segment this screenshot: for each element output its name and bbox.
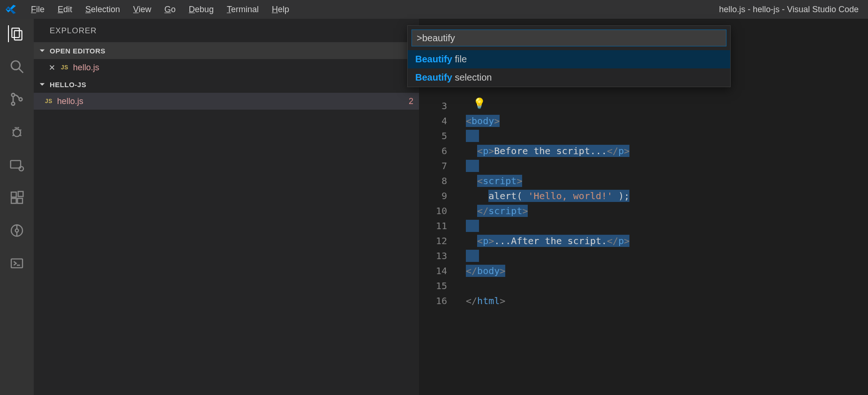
svg-point-5 [12, 102, 15, 105]
menu-file[interactable]: File [25, 3, 50, 16]
svg-point-15 [15, 229, 19, 232]
line-number: 7 [419, 158, 456, 173]
open-editor-item[interactable]: JShello.js [34, 59, 419, 76]
svg-rect-10 [11, 192, 16, 197]
powershell-icon[interactable] [8, 255, 25, 272]
line-number: 8 [419, 173, 456, 188]
window-title: hello.js - hello-js - Visual Studio Code [719, 5, 859, 15]
activity-bar [0, 19, 34, 395]
svg-rect-13 [18, 192, 23, 197]
explorer-icon[interactable] [8, 25, 25, 42]
line-number: 10 [419, 203, 456, 218]
explorer-sidebar: EXPLORER OPEN EDITORS JShello.js HELLO-J… [34, 19, 419, 395]
line-number: 12 [419, 233, 456, 248]
code-line[interactable]: alert( 'Hello, world!' ); [466, 188, 629, 203]
command-palette-item[interactable]: Beautify selection [408, 68, 730, 87]
menu-selection[interactable]: Selection [80, 3, 126, 16]
menu-view[interactable]: View [127, 3, 157, 16]
lightbulb-icon[interactable]: 💡 [473, 97, 486, 109]
svg-rect-0 [12, 28, 19, 37]
folder-label: HELLO-JS [50, 81, 86, 89]
code-line[interactable]: </body> [466, 263, 505, 278]
code-line[interactable]: </script> [466, 203, 528, 218]
file-tree-item[interactable]: JShello.js2 [34, 93, 419, 110]
line-number: 6 [419, 143, 456, 158]
svg-rect-1 [15, 30, 22, 40]
close-icon[interactable] [48, 63, 56, 72]
source-control-icon[interactable] [8, 91, 25, 108]
command-palette-input[interactable] [412, 30, 726, 46]
open-editors-header[interactable]: OPEN EDITORS [34, 42, 419, 59]
svg-point-9 [19, 166, 23, 171]
problem-count-badge: 2 [409, 97, 413, 106]
code-line[interactable]: </html> [466, 293, 505, 308]
command-palette-item[interactable]: Beautify file [408, 50, 730, 68]
file-name: hello.js [57, 97, 83, 106]
code-line[interactable]: <p>Before the script...</p> [466, 143, 629, 158]
line-number: 3 [419, 98, 456, 113]
svg-rect-8 [11, 161, 21, 168]
command-palette: Beautify fileBeautify selection [407, 25, 731, 87]
svg-point-4 [12, 93, 15, 97]
explorer-title: EXPLORER [34, 19, 419, 42]
js-file-icon: JS [61, 64, 68, 71]
line-number: 11 [419, 218, 456, 233]
js-file-icon: JS [45, 98, 52, 104]
extensions-icon[interactable] [8, 189, 25, 206]
code-line[interactable]: <script> [466, 173, 522, 188]
code-line[interactable] [466, 218, 479, 233]
folder-header[interactable]: HELLO-JS [34, 76, 419, 93]
code-line[interactable] [466, 248, 479, 263]
open-editors-label: OPEN EDITORS [50, 47, 105, 55]
code-line[interactable]: <p>...After the script.</p> [466, 233, 629, 248]
search-icon[interactable] [8, 58, 25, 75]
vscode-logo-icon [5, 3, 17, 15]
remote-icon[interactable] [8, 157, 25, 173]
line-number: 13 [419, 248, 456, 263]
line-number: 15 [419, 278, 456, 293]
code-line[interactable]: <body> [466, 113, 500, 128]
git-lens-icon[interactable] [8, 222, 25, 239]
chevron-down-icon [38, 47, 46, 54]
svg-rect-11 [11, 198, 16, 203]
file-name: hello.js [73, 63, 99, 73]
line-number: 9 [419, 188, 456, 203]
svg-rect-12 [17, 198, 22, 203]
titlebar: FileEditSelectionViewGoDebugTerminalHelp… [0, 0, 868, 19]
debug-icon[interactable] [8, 124, 25, 141]
line-number: 16 [419, 293, 456, 308]
menu-go[interactable]: Go [159, 3, 181, 16]
svg-line-3 [19, 68, 23, 73]
menu-bar: FileEditSelectionViewGoDebugTerminalHelp [25, 3, 295, 16]
menu-debug[interactable]: Debug [183, 3, 219, 16]
menu-terminal[interactable]: Terminal [221, 3, 264, 16]
svg-point-2 [11, 61, 20, 70]
line-number: 14 [419, 263, 456, 278]
menu-edit[interactable]: Edit [52, 3, 78, 16]
line-number: 5 [419, 128, 456, 143]
code-line[interactable] [466, 128, 479, 143]
chevron-down-icon [38, 81, 46, 88]
code-line[interactable] [466, 158, 479, 173]
line-number: 4 [419, 113, 456, 128]
menu-help[interactable]: Help [266, 3, 295, 16]
